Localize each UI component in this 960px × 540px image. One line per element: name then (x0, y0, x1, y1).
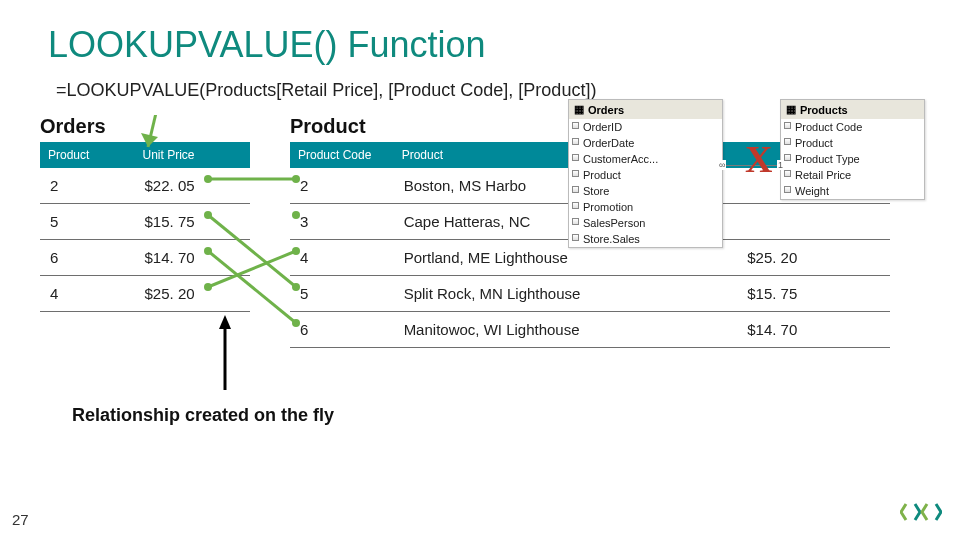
field-item: OrderDate (569, 135, 722, 151)
cell: 5 (40, 204, 135, 240)
field-label: Retail Price (795, 169, 851, 181)
panel-header: ▦Products (781, 100, 924, 119)
column-icon (572, 122, 579, 129)
cell: 6 (40, 240, 135, 276)
field-item: CustomerAcc... (569, 151, 722, 167)
slide-title: LOOKUPVALUE() Function (0, 0, 960, 74)
panel-title: Products (800, 104, 848, 116)
cell: 4 (40, 276, 135, 312)
field-label: OrderDate (583, 137, 634, 149)
field-label: Store (583, 185, 609, 197)
field-label: Product Code (795, 121, 862, 133)
field-item: Store.Sales (569, 231, 722, 247)
field-label: CustomerAcc... (583, 153, 658, 165)
field-label: Promotion (583, 201, 633, 213)
column-icon (572, 170, 579, 177)
field-item: Product Type (781, 151, 924, 167)
column-icon (572, 154, 579, 161)
field-label: SalesPerson (583, 217, 645, 229)
column-icon (572, 186, 579, 193)
orders-title: Orders (40, 115, 250, 138)
field-label: Weight (795, 185, 829, 197)
table-icon: ▦ (786, 103, 796, 116)
cell: 2 (290, 168, 394, 204)
table-row: Product Unit Price (40, 142, 250, 168)
field-item: Weight (781, 183, 924, 199)
column-icon (784, 154, 791, 161)
cell: 4 (290, 240, 394, 276)
page-number: 27 (12, 511, 29, 528)
cell: 2 (40, 168, 135, 204)
field-item: SalesPerson (569, 215, 722, 231)
cell: Split Rock, MN Lighthouse (394, 276, 738, 312)
field-item: Product (781, 135, 924, 151)
red-x-annotation: X (745, 137, 772, 181)
field-label: Store.Sales (583, 233, 640, 245)
content-area: Orders Product Unit Price 2$22. 05 5$15.… (0, 115, 960, 455)
panel-title: Orders (588, 104, 624, 116)
table-row: 6$14. 70 (40, 240, 250, 276)
field-item: Product Code (781, 119, 924, 135)
col-header: Product (40, 142, 135, 168)
products-field-panel: ▦Products Product Code Product Product T… (780, 99, 925, 200)
panel-header: ▦Orders (569, 100, 722, 119)
col-header: Product Code (290, 142, 394, 168)
field-item: OrderID (569, 119, 722, 135)
cell: 5 (290, 276, 394, 312)
cell: $22. 05 (135, 168, 250, 204)
field-label: Product (583, 169, 621, 181)
column-icon (784, 170, 791, 177)
column-icon (784, 186, 791, 193)
orders-table-block: Orders Product Unit Price 2$22. 05 5$15.… (40, 115, 250, 312)
cell: $15. 75 (737, 276, 890, 312)
field-label: Product Type (795, 153, 860, 165)
column-icon (572, 202, 579, 209)
cell: $25. 20 (135, 276, 250, 312)
table-row: 6Manitowoc, WI Lighthouse$14. 70 (290, 312, 890, 348)
field-item: Promotion (569, 199, 722, 215)
field-item: Store (569, 183, 722, 199)
cardinality-many: ∞ (718, 160, 726, 170)
cell: $15. 75 (135, 204, 250, 240)
table-row: 2$22. 05 (40, 168, 250, 204)
field-item: Retail Price (781, 167, 924, 183)
column-icon (784, 138, 791, 145)
cell: 3 (290, 204, 394, 240)
cell: Manitowoc, WI Lighthouse (394, 312, 738, 348)
column-icon (572, 138, 579, 145)
relationship-caption: Relationship created on the fly (72, 405, 334, 426)
brand-logo-icon (900, 502, 942, 526)
orders-field-panel: ▦Orders OrderID OrderDate CustomerAcc...… (568, 99, 723, 248)
field-item: Product (569, 167, 722, 183)
cell: $14. 70 (737, 312, 890, 348)
cell: $25. 20 (737, 240, 890, 276)
column-icon (572, 218, 579, 225)
column-icon (784, 122, 791, 129)
cell: 6 (290, 312, 394, 348)
table-row: 5Split Rock, MN Lighthouse$15. 75 (290, 276, 890, 312)
cell: $14. 70 (135, 240, 250, 276)
orders-table: Product Unit Price 2$22. 05 5$15. 75 6$1… (40, 142, 250, 312)
svg-marker-15 (219, 315, 231, 329)
field-label: Product (795, 137, 833, 149)
col-header: Unit Price (135, 142, 250, 168)
cell (737, 204, 890, 240)
column-icon (572, 234, 579, 241)
cardinality-one: 1 (777, 160, 784, 170)
table-row: 4$25. 20 (40, 276, 250, 312)
table-icon: ▦ (574, 103, 584, 116)
table-row: 5$15. 75 (40, 204, 250, 240)
field-label: OrderID (583, 121, 622, 133)
